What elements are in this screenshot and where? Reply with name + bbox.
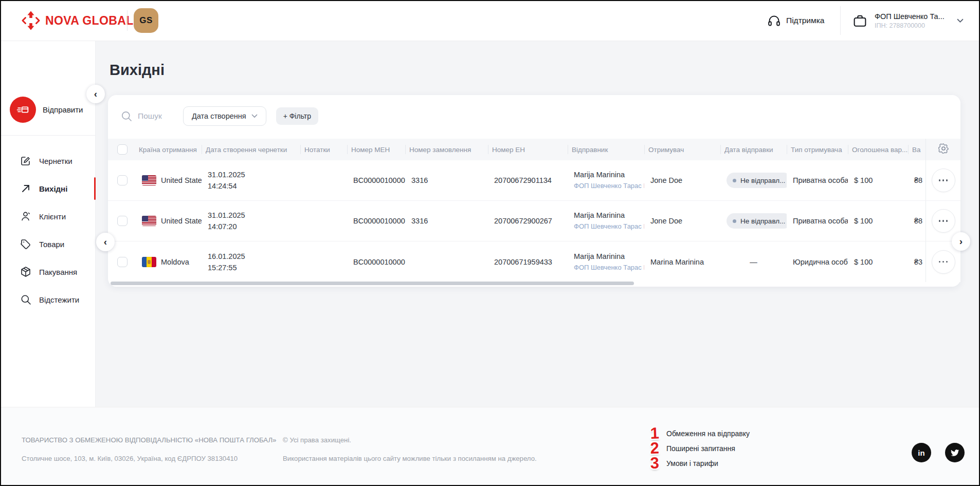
row-checkbox[interactable] bbox=[117, 216, 128, 226]
package-send-icon bbox=[10, 97, 36, 123]
receiver-type-cell: Приватна особа bbox=[787, 160, 848, 200]
men-number-cell: BC00000100000... bbox=[347, 241, 405, 282]
table-settings-cell[interactable] bbox=[925, 139, 960, 160]
horizontal-scrollbar[interactable] bbox=[111, 282, 634, 285]
sidebar-item-label: Відстежити bbox=[39, 295, 79, 304]
country-cell: Moldova bbox=[161, 258, 189, 266]
person-icon bbox=[20, 210, 32, 222]
footer: ТОВАРИСТВО З ОБМЕЖЕНОЮ ВІДПОВІДАЛЬНІСТЮ … bbox=[0, 407, 980, 486]
sidebar-collapse-button[interactable]: ‹ bbox=[86, 85, 105, 103]
table-row[interactable]: Moldova 16.01.202515:27:55 BC00000100000… bbox=[108, 241, 960, 282]
column-header-sender: Відправник bbox=[568, 139, 644, 160]
table-toolbar: Дата створення + Фільтр bbox=[120, 106, 318, 126]
search-icon bbox=[120, 110, 133, 122]
us-flag bbox=[142, 175, 156, 185]
table-row[interactable]: United State... 31.01.202514:24:54 BC000… bbox=[108, 160, 960, 201]
row-actions-button[interactable] bbox=[932, 250, 955, 274]
chevron-left-icon: ‹ bbox=[104, 236, 107, 248]
sender-company-link[interactable]: ФОП Шевченко Тарас Гр... bbox=[574, 181, 644, 191]
sidebar-item-goods[interactable]: Товари bbox=[0, 230, 96, 258]
receiver-cell: Jone Doe bbox=[644, 201, 720, 241]
table-row[interactable]: United State... 31.01.202514:07:20 BC000… bbox=[108, 201, 960, 241]
footer-company-name: ТОВАРИСТВО З ОБМЕЖЕНОЮ ВІДПОВІДАЛЬНІСТЮ … bbox=[22, 436, 276, 444]
table-scroll-right-button[interactable]: › bbox=[952, 232, 970, 251]
send-parcel-button[interactable]: Відправити bbox=[10, 97, 83, 123]
row-checkbox[interactable] bbox=[117, 257, 128, 267]
top-bar: NOVA GLOBAL GS Підтримка bbox=[0, 0, 980, 41]
gs-workspace-badge[interactable]: GS bbox=[134, 8, 158, 33]
support-button[interactable]: Підтримка bbox=[767, 0, 824, 41]
country-cell: United State... bbox=[161, 217, 202, 225]
magnifier-icon bbox=[20, 293, 32, 306]
en-number-cell: 20700672900267 bbox=[488, 201, 568, 241]
account-tax-id: ІПН: 2788700000 bbox=[875, 22, 945, 29]
sidebar-item-label: Товари bbox=[39, 240, 64, 249]
sender-company-link[interactable]: ФОП Шевченко Тарас Гр... bbox=[574, 263, 644, 273]
account-name: ФОП Шевченко Та... bbox=[875, 12, 945, 21]
cost-cell: ₴8 bbox=[908, 160, 925, 200]
order-number-cell: 3316 bbox=[405, 201, 488, 241]
column-header-men: Номер МЕН bbox=[347, 139, 405, 160]
sidebar-item-clients[interactable]: Клієнти bbox=[0, 202, 96, 230]
sidebar-item-label: Вихідні bbox=[39, 184, 67, 193]
nova-global-logo[interactable]: NOVA GLOBAL bbox=[21, 10, 134, 31]
date-filter-dropdown[interactable]: Дата створення bbox=[183, 106, 266, 126]
outgoing-table-card: Дата створення + Фільтр Країна отримання… bbox=[108, 95, 960, 287]
annotation-number-3: 3 bbox=[642, 457, 660, 469]
column-header-receiver: Отримувач bbox=[644, 139, 720, 160]
men-number-cell: BC00000100000... bbox=[347, 160, 405, 200]
footer-link-shipping-restrictions[interactable]: Обмеження на відправку bbox=[666, 429, 750, 438]
logo-text: NOVA GLOBAL bbox=[45, 14, 134, 28]
briefcase-icon bbox=[852, 13, 867, 28]
sidebar-item-outgoing[interactable]: Вихідні bbox=[0, 175, 96, 202]
chevron-right-icon: › bbox=[959, 236, 963, 247]
twitter-icon[interactable] bbox=[945, 443, 965, 462]
tag-icon bbox=[20, 238, 32, 250]
sender-company-link[interactable]: ФОП Шевченко Тарас Гр... bbox=[574, 221, 644, 232]
row-checkbox[interactable] bbox=[117, 175, 128, 185]
select-all-cell bbox=[108, 139, 135, 160]
country-cell: United State... bbox=[161, 176, 202, 184]
status-dot-icon bbox=[733, 179, 736, 182]
account-selector[interactable]: ФОП Шевченко Та... ІПН: 2788700000 bbox=[852, 0, 964, 41]
column-header-cost: Ва bbox=[908, 139, 925, 160]
sidebar-item-track[interactable]: Відстежити bbox=[0, 286, 96, 313]
footer-usage-note: Використання матеріалів цього сайту можл… bbox=[283, 455, 537, 462]
sidebar: Відправити Чернетки Вихідні bbox=[0, 41, 96, 407]
receiver-cell: Marina Marinina bbox=[644, 241, 720, 282]
row-actions-button[interactable] bbox=[932, 209, 955, 233]
row-actions-button[interactable] bbox=[932, 169, 955, 192]
order-number-cell bbox=[405, 241, 488, 282]
social-icons: in bbox=[912, 443, 965, 462]
linkedin-icon[interactable]: in bbox=[912, 443, 931, 462]
footer-link-terms-tariffs[interactable]: Умови і тарифи bbox=[666, 459, 718, 468]
sidebar-item-packaging[interactable]: Пакування bbox=[0, 258, 96, 286]
sidebar-item-label: Пакування bbox=[39, 268, 77, 276]
table-scroll-left-button[interactable]: ‹ bbox=[96, 233, 115, 251]
en-number-cell: 20700671959433 bbox=[488, 241, 568, 282]
cost-cell: ₴8 bbox=[908, 201, 925, 241]
search-input[interactable] bbox=[138, 111, 183, 121]
order-number-cell: 3316 bbox=[405, 160, 488, 200]
footer-rights: © Усі права захищені. bbox=[283, 436, 351, 444]
sidebar-item-drafts[interactable]: Чернетки bbox=[0, 147, 96, 175]
select-all-checkbox[interactable] bbox=[117, 144, 128, 155]
header-divider-2 bbox=[840, 6, 841, 35]
column-header-notes: Нотатки bbox=[300, 139, 347, 160]
sidebar-divider bbox=[0, 135, 96, 136]
support-label: Підтримка bbox=[786, 16, 824, 25]
declared-value-cell: $ 100 bbox=[848, 241, 908, 282]
sidebar-nav: Чернетки Вихідні Клієнти bbox=[0, 147, 96, 313]
send-date-cell: Не відправл... bbox=[720, 160, 787, 200]
moldova-flag bbox=[142, 257, 156, 267]
column-header-receiver-type: Тип отримувача bbox=[787, 139, 848, 160]
chevron-left-icon: ‹ bbox=[94, 88, 97, 100]
created-cell: 31.01.202514:07:20 bbox=[202, 201, 300, 241]
header-divider bbox=[127, 10, 128, 31]
en-number-cell: 20700672901134 bbox=[488, 160, 568, 200]
declared-value-cell: $ 100 bbox=[848, 160, 908, 200]
add-filter-button[interactable]: + Фільтр bbox=[276, 107, 318, 125]
gear-icon bbox=[937, 142, 950, 157]
footer-link-faq[interactable]: Поширені запитання bbox=[666, 444, 735, 453]
receiver-type-cell: Юридична особа bbox=[787, 241, 848, 282]
